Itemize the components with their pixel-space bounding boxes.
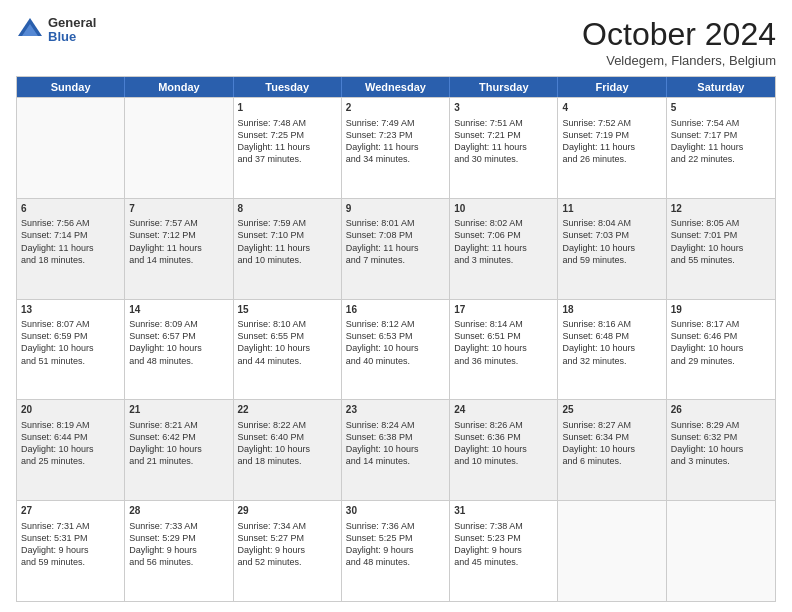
- day-number: 19: [671, 303, 771, 317]
- cell-line-l2: Sunset: 7:19 PM: [562, 129, 661, 141]
- cell-line-l4: and 21 minutes.: [129, 455, 228, 467]
- day-header-tuesday: Tuesday: [234, 77, 342, 97]
- day-number: 2: [346, 101, 445, 115]
- cell-line-l2: Sunset: 7:25 PM: [238, 129, 337, 141]
- day-number: 7: [129, 202, 228, 216]
- cell-line-l4: and 30 minutes.: [454, 153, 553, 165]
- cal-cell: 21Sunrise: 8:21 AMSunset: 6:42 PMDayligh…: [125, 400, 233, 500]
- logo-icon: [16, 16, 44, 44]
- cell-line-l1: Sunrise: 7:33 AM: [129, 520, 228, 532]
- cal-cell: 17Sunrise: 8:14 AMSunset: 6:51 PMDayligh…: [450, 300, 558, 400]
- day-number: 15: [238, 303, 337, 317]
- cell-line-l2: Sunset: 5:23 PM: [454, 532, 553, 544]
- cell-line-l2: Sunset: 6:36 PM: [454, 431, 553, 443]
- cal-cell: 30Sunrise: 7:36 AMSunset: 5:25 PMDayligh…: [342, 501, 450, 601]
- cell-line-l3: Daylight: 11 hours: [454, 242, 553, 254]
- cell-line-l1: Sunrise: 8:26 AM: [454, 419, 553, 431]
- cell-line-l4: and 10 minutes.: [454, 455, 553, 467]
- cell-line-l3: Daylight: 10 hours: [671, 443, 771, 455]
- cell-line-l1: Sunrise: 8:07 AM: [21, 318, 120, 330]
- cell-line-l3: Daylight: 11 hours: [238, 242, 337, 254]
- cell-line-l1: Sunrise: 7:34 AM: [238, 520, 337, 532]
- cell-line-l1: Sunrise: 7:36 AM: [346, 520, 445, 532]
- cell-line-l2: Sunset: 5:25 PM: [346, 532, 445, 544]
- cell-line-l1: Sunrise: 7:48 AM: [238, 117, 337, 129]
- week-row-2: 6Sunrise: 7:56 AMSunset: 7:14 PMDaylight…: [17, 198, 775, 299]
- day-number: 30: [346, 504, 445, 518]
- cal-cell: 13Sunrise: 8:07 AMSunset: 6:59 PMDayligh…: [17, 300, 125, 400]
- day-number: 12: [671, 202, 771, 216]
- day-number: 5: [671, 101, 771, 115]
- day-number: 18: [562, 303, 661, 317]
- day-number: 31: [454, 504, 553, 518]
- cal-cell: 5Sunrise: 7:54 AMSunset: 7:17 PMDaylight…: [667, 98, 775, 198]
- cell-line-l1: Sunrise: 8:04 AM: [562, 217, 661, 229]
- day-number: 10: [454, 202, 553, 216]
- cell-line-l1: Sunrise: 7:57 AM: [129, 217, 228, 229]
- cell-line-l3: Daylight: 9 hours: [21, 544, 120, 556]
- cell-line-l1: Sunrise: 8:02 AM: [454, 217, 553, 229]
- logo-general: General: [48, 16, 96, 30]
- cal-cell: 23Sunrise: 8:24 AMSunset: 6:38 PMDayligh…: [342, 400, 450, 500]
- day-number: 21: [129, 403, 228, 417]
- calendar: SundayMondayTuesdayWednesdayThursdayFrid…: [16, 76, 776, 602]
- cell-line-l1: Sunrise: 8:17 AM: [671, 318, 771, 330]
- cell-line-l2: Sunset: 6:59 PM: [21, 330, 120, 342]
- cell-line-l4: and 14 minutes.: [129, 254, 228, 266]
- cell-line-l1: Sunrise: 8:09 AM: [129, 318, 228, 330]
- cal-cell: 25Sunrise: 8:27 AMSunset: 6:34 PMDayligh…: [558, 400, 666, 500]
- logo: General Blue: [16, 16, 96, 45]
- cell-line-l3: Daylight: 9 hours: [346, 544, 445, 556]
- cell-line-l3: Daylight: 10 hours: [562, 443, 661, 455]
- cell-line-l3: Daylight: 10 hours: [671, 242, 771, 254]
- day-number: 25: [562, 403, 661, 417]
- cell-line-l1: Sunrise: 7:56 AM: [21, 217, 120, 229]
- cell-line-l2: Sunset: 7:14 PM: [21, 229, 120, 241]
- header: General Blue October 2024 Veldegem, Flan…: [16, 16, 776, 68]
- cell-line-l3: Daylight: 11 hours: [346, 242, 445, 254]
- cell-line-l2: Sunset: 7:21 PM: [454, 129, 553, 141]
- page: General Blue October 2024 Veldegem, Flan…: [0, 0, 792, 612]
- cell-line-l3: Daylight: 10 hours: [346, 443, 445, 455]
- cell-line-l4: and 45 minutes.: [454, 556, 553, 568]
- day-header-monday: Monday: [125, 77, 233, 97]
- cell-line-l4: and 37 minutes.: [238, 153, 337, 165]
- cell-line-l2: Sunset: 7:06 PM: [454, 229, 553, 241]
- cell-line-l2: Sunset: 6:48 PM: [562, 330, 661, 342]
- cell-line-l3: Daylight: 11 hours: [671, 141, 771, 153]
- cell-line-l3: Daylight: 10 hours: [562, 342, 661, 354]
- cell-line-l3: Daylight: 10 hours: [562, 242, 661, 254]
- day-number: 3: [454, 101, 553, 115]
- cell-line-l4: and 56 minutes.: [129, 556, 228, 568]
- cell-line-l1: Sunrise: 8:24 AM: [346, 419, 445, 431]
- cell-line-l3: Daylight: 10 hours: [129, 342, 228, 354]
- cell-line-l1: Sunrise: 7:52 AM: [562, 117, 661, 129]
- cell-line-l4: and 40 minutes.: [346, 355, 445, 367]
- cell-line-l2: Sunset: 5:29 PM: [129, 532, 228, 544]
- cell-line-l3: Daylight: 10 hours: [238, 443, 337, 455]
- cal-cell: 4Sunrise: 7:52 AMSunset: 7:19 PMDaylight…: [558, 98, 666, 198]
- cell-line-l1: Sunrise: 8:21 AM: [129, 419, 228, 431]
- cell-line-l1: Sunrise: 7:54 AM: [671, 117, 771, 129]
- cal-cell: 8Sunrise: 7:59 AMSunset: 7:10 PMDaylight…: [234, 199, 342, 299]
- day-number: 9: [346, 202, 445, 216]
- week-row-1: 1Sunrise: 7:48 AMSunset: 7:25 PMDaylight…: [17, 97, 775, 198]
- cell-line-l3: Daylight: 11 hours: [238, 141, 337, 153]
- day-number: 16: [346, 303, 445, 317]
- cell-line-l4: and 55 minutes.: [671, 254, 771, 266]
- day-number: 1: [238, 101, 337, 115]
- cell-line-l2: Sunset: 6:53 PM: [346, 330, 445, 342]
- week-row-4: 20Sunrise: 8:19 AMSunset: 6:44 PMDayligh…: [17, 399, 775, 500]
- day-number: 27: [21, 504, 120, 518]
- cell-line-l4: and 7 minutes.: [346, 254, 445, 266]
- cal-cell: [558, 501, 666, 601]
- cell-line-l2: Sunset: 7:10 PM: [238, 229, 337, 241]
- cal-cell: 9Sunrise: 8:01 AMSunset: 7:08 PMDaylight…: [342, 199, 450, 299]
- cell-line-l4: and 22 minutes.: [671, 153, 771, 165]
- cal-cell: [17, 98, 125, 198]
- cell-line-l2: Sunset: 7:12 PM: [129, 229, 228, 241]
- day-number: 6: [21, 202, 120, 216]
- cell-line-l1: Sunrise: 7:31 AM: [21, 520, 120, 532]
- cell-line-l1: Sunrise: 8:14 AM: [454, 318, 553, 330]
- cell-line-l2: Sunset: 6:55 PM: [238, 330, 337, 342]
